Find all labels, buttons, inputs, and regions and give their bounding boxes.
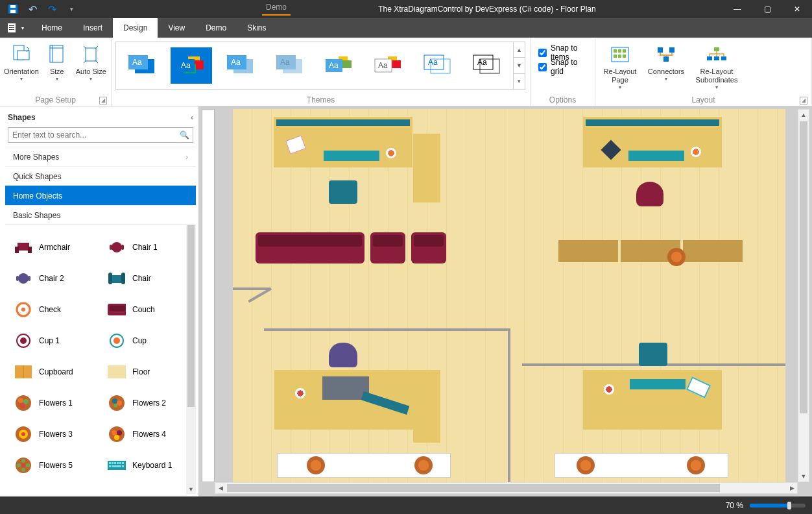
- desk[interactable]: [413, 370, 440, 443]
- tab-demo[interactable]: Demo: [195, 18, 237, 38]
- floor-plan-page[interactable]: [233, 109, 785, 482]
- snap-to-grid-checkbox[interactable]: Snap to grid: [534, 60, 591, 74]
- theme-option-1[interactable]: Aa: [121, 47, 163, 84]
- shape-armchair[interactable]: Armchair: [14, 232, 102, 263]
- category-basic-shapes[interactable]: Basic Shapes: [5, 205, 196, 225]
- minimize-button[interactable]: ―: [722, 0, 752, 18]
- shape-flowers-5[interactable]: Flowers 5: [14, 450, 102, 481]
- save-button[interactable]: [4, 1, 22, 17]
- shape-couch[interactable]: Couch: [108, 294, 195, 325]
- cup[interactable]: [604, 384, 614, 395]
- shape-keyboard-1[interactable]: Keyboard 1: [108, 450, 195, 481]
- svg-rect-105: [122, 462, 124, 464]
- category-home-objects[interactable]: Home Objects: [5, 186, 196, 205]
- flowers[interactable]: [577, 456, 595, 474]
- shape-chair-1[interactable]: Chair 1: [108, 232, 195, 263]
- themes-gallery: Aa Aa Aa Aa Aa Aa Aa Aa ▲ ▼ ▾: [115, 42, 525, 90]
- flowers[interactable]: [307, 456, 325, 474]
- chair[interactable]: [329, 180, 357, 204]
- redo-button[interactable]: ↷: [43, 1, 61, 17]
- theme-option-6[interactable]: Aa: [368, 47, 409, 84]
- theme-option-7[interactable]: Aa: [417, 47, 459, 84]
- relayout-subordinates-button[interactable]: Re-Layout Subordinates ▾: [691, 40, 742, 90]
- svg-text:Aa: Aa: [280, 58, 290, 67]
- shape-flowers-4[interactable]: Flowers 4: [108, 419, 195, 450]
- chair[interactable]: [639, 343, 667, 366]
- wall-segment[interactable]: [233, 288, 270, 290]
- gallery-scroll-up[interactable]: ▲: [514, 42, 525, 58]
- chair-icon: [108, 269, 126, 288]
- cupboard-icon: [14, 363, 32, 381]
- armchair[interactable]: [370, 232, 405, 263]
- close-button[interactable]: ✕: [782, 0, 812, 18]
- diagram-canvas[interactable]: [215, 109, 798, 482]
- page-setup-launcher[interactable]: ◢: [99, 97, 107, 104]
- shape-cupboard[interactable]: Cupboard: [14, 356, 102, 387]
- wall-segment[interactable]: [264, 328, 510, 331]
- canvas-vertical-scrollbar[interactable]: ▲ ▼: [798, 109, 809, 482]
- shapes-search-input[interactable]: [8, 127, 193, 143]
- orientation-button[interactable]: Orientation ▾: [4, 40, 39, 82]
- shape-list: ▲ ▼ Armchair Chair 2 Check Cup 1 Cupboar…: [5, 225, 196, 494]
- size-button[interactable]: Size ▾: [44, 40, 70, 82]
- office-chair[interactable]: [636, 182, 663, 206]
- shape-flowers-1[interactable]: Flowers 1: [14, 387, 102, 419]
- auto-size-button[interactable]: Auto Size ▾: [75, 40, 107, 82]
- file-menu-button[interactable]: ▾: [0, 18, 31, 38]
- wall-segment[interactable]: [508, 328, 510, 482]
- shape-chair[interactable]: Chair: [108, 263, 195, 294]
- maximize-button[interactable]: ▢: [752, 0, 782, 18]
- armchair-icon: [14, 238, 32, 256]
- gallery-expand[interactable]: ▾: [514, 74, 525, 89]
- keyboard[interactable]: [628, 151, 684, 161]
- flowers[interactable]: [667, 248, 686, 266]
- tab-insert[interactable]: Insert: [73, 18, 113, 38]
- tab-view[interactable]: View: [158, 18, 195, 38]
- svg-rect-81: [110, 245, 112, 250]
- layout-launcher[interactable]: ◢: [800, 97, 807, 104]
- qat-customize-button[interactable]: ▾: [62, 1, 80, 17]
- theme-option-8[interactable]: Aa: [466, 47, 508, 84]
- cabinet[interactable]: [558, 240, 618, 262]
- tab-design[interactable]: Design: [113, 18, 158, 38]
- connectors-button[interactable]: Connectors ▾: [646, 40, 686, 82]
- flowers[interactable]: [414, 456, 433, 474]
- search-icon[interactable]: 🔍: [180, 130, 189, 140]
- theme-option-4[interactable]: Aa: [269, 47, 311, 84]
- tab-skins[interactable]: Skins: [237, 18, 276, 38]
- theme-option-2[interactable]: Aa: [171, 47, 212, 84]
- cup[interactable]: [691, 147, 701, 157]
- shape-cup[interactable]: Cup: [108, 325, 195, 356]
- cup[interactable]: [295, 388, 305, 398]
- couch[interactable]: [256, 232, 364, 263]
- cup[interactable]: [386, 148, 396, 158]
- theme-option-3[interactable]: Aa: [220, 47, 261, 84]
- shape-cup-1[interactable]: Cup 1: [14, 325, 102, 356]
- category-quick-shapes[interactable]: Quick Shapes: [5, 166, 196, 186]
- svg-rect-101: [112, 462, 113, 464]
- shape-flowers-3[interactable]: Flowers 3: [14, 419, 102, 450]
- zoom-slider[interactable]: [750, 504, 806, 508]
- desk[interactable]: [413, 134, 440, 202]
- shape-floor[interactable]: Floor: [108, 356, 195, 387]
- category-more-shapes[interactable]: More Shapes›: [5, 147, 196, 166]
- shape-check[interactable]: Check: [14, 294, 102, 325]
- auto-size-icon: [75, 43, 107, 66]
- undo-button[interactable]: ↶: [23, 1, 42, 17]
- tab-home[interactable]: Home: [31, 18, 73, 38]
- flowers[interactable]: [687, 456, 705, 474]
- collapse-panel-button[interactable]: ‹: [191, 113, 193, 122]
- office-chair[interactable]: [329, 343, 357, 367]
- keyboard[interactable]: [324, 151, 379, 161]
- chevron-down-icon: ▾: [75, 76, 107, 82]
- armchair[interactable]: [411, 232, 446, 263]
- svg-text:Aa: Aa: [231, 58, 241, 67]
- shape-chair-2[interactable]: Chair 2: [14, 263, 102, 294]
- canvas-horizontal-scrollbar[interactable]: ◀ ▶: [215, 482, 798, 494]
- keyboard[interactable]: [630, 379, 686, 389]
- gallery-scroll-down[interactable]: ▼: [514, 58, 525, 73]
- shape-flowers-2[interactable]: Flowers 2: [108, 387, 195, 419]
- theme-option-5[interactable]: Aa: [318, 47, 360, 84]
- cabinet[interactable]: [683, 240, 743, 262]
- relayout-page-button[interactable]: Re-Layout Page ▾: [599, 40, 641, 90]
